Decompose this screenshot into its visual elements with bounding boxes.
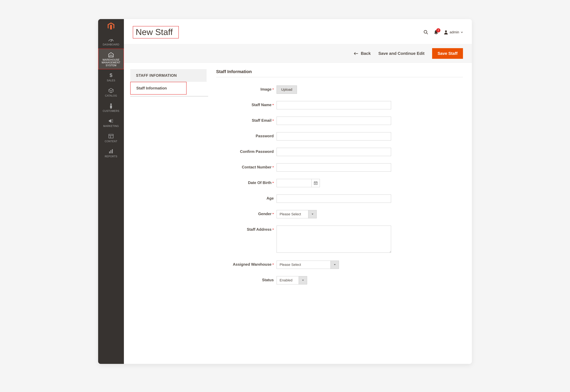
header-toolbar: 2 admin: [424, 30, 463, 35]
label-staff-email: Staff Email*: [216, 117, 277, 123]
form-area: Staff Information Image* Upload Staff Na…: [216, 69, 463, 292]
label-confirm-password: Confirm Password: [216, 148, 277, 154]
select-gender-arrow: [308, 210, 317, 218]
label-dob: Date Of Birth*: [216, 179, 277, 185]
label-status: Status: [216, 276, 277, 282]
label-image: Image*: [216, 85, 277, 92]
row-staff-address: Staff Address*: [216, 226, 463, 253]
label-gender: Gender*: [216, 210, 277, 216]
app-shell: DASHBOARD WAREHOUSE MANAGEMENT SYSTEM $ …: [98, 19, 472, 364]
chevron-down-icon: [461, 31, 463, 33]
nav-sales-label: SALES: [107, 79, 115, 82]
reports-icon: [108, 148, 114, 154]
panel-divider: [130, 96, 208, 97]
calendar-icon: [314, 181, 318, 185]
select-status-value: Enabled: [277, 276, 299, 284]
save-staff-button[interactable]: Save Staff: [432, 48, 463, 59]
row-age: Age: [216, 195, 463, 203]
row-contact-number: Contact Number*: [216, 163, 463, 172]
label-staff-address: Staff Address*: [216, 226, 277, 232]
username-label: admin: [450, 30, 459, 34]
input-staff-email[interactable]: [277, 117, 391, 125]
row-staff-name: Staff Name*: [216, 101, 463, 109]
select-status[interactable]: Enabled: [277, 276, 307, 284]
select-assigned-warehouse-value: Please Select: [277, 261, 331, 269]
row-dob: Date Of Birth*: [216, 179, 463, 187]
search-button[interactable]: [424, 30, 428, 35]
svg-rect-8: [109, 152, 110, 153]
svg-point-13: [445, 30, 447, 32]
action-bar: Back Save and Continue Edit Save Staff: [124, 44, 472, 63]
calendar-button[interactable]: [312, 179, 320, 187]
nav-catalog[interactable]: CATALOG: [98, 84, 124, 100]
label-age: Age: [216, 195, 277, 200]
select-gender[interactable]: Please Select: [277, 210, 317, 218]
page-header: New Staff 2 admin: [124, 19, 472, 44]
input-contact-number[interactable]: [277, 163, 391, 172]
svg-text:$: $: [110, 72, 112, 78]
upload-button[interactable]: Upload: [277, 85, 297, 94]
back-button[interactable]: Back: [354, 51, 371, 56]
content-icon: [108, 133, 114, 139]
svg-rect-10: [112, 149, 113, 153]
input-confirm-password[interactable]: [277, 148, 391, 156]
nav-sales[interactable]: $ SALES: [98, 69, 124, 84]
svg-rect-9: [111, 150, 111, 153]
notification-badge: 2: [436, 28, 440, 32]
nav-dashboard[interactable]: DASHBOARD: [98, 33, 124, 49]
sidebar: DASHBOARD WAREHOUSE MANAGEMENT SYSTEM $ …: [98, 19, 124, 364]
row-image: Image* Upload: [216, 85, 463, 94]
row-assigned-warehouse: Assigned Warehouse* Please Select: [216, 261, 463, 269]
nav-reports-label: REPORTS: [105, 155, 117, 158]
notifications-button[interactable]: 2: [434, 30, 438, 35]
dashboard-icon: [108, 37, 114, 42]
svg-rect-5: [109, 134, 113, 138]
row-status: Status Enabled: [216, 276, 463, 284]
input-age[interactable]: [277, 195, 391, 203]
select-assigned-warehouse[interactable]: Please Select: [277, 261, 339, 269]
svg-rect-2: [110, 55, 112, 57]
nav-marketing[interactable]: MARKETING: [98, 115, 124, 130]
main-content: New Staff 2 admin Back: [124, 19, 472, 364]
label-password: Password: [216, 132, 277, 138]
row-password: Password: [216, 132, 463, 140]
label-contact-number: Contact Number*: [216, 163, 277, 169]
svg-point-4: [110, 103, 112, 105]
label-assigned-warehouse: Assigned Warehouse*: [216, 261, 277, 267]
input-dob[interactable]: [277, 179, 312, 187]
back-label: Back: [361, 51, 371, 56]
nav-customers[interactable]: CUSTOMERS: [98, 100, 124, 115]
side-panel: STAFF INFORMATION Staff Information: [130, 69, 207, 292]
nav-reports[interactable]: REPORTS: [98, 145, 124, 160]
row-staff-email: Staff Email*: [216, 117, 463, 125]
nav-customers-label: CUSTOMERS: [103, 110, 119, 112]
user-icon: [444, 30, 448, 34]
content-area: STAFF INFORMATION Staff Information Staf…: [124, 63, 472, 301]
nav-warehouse[interactable]: WAREHOUSE MANAGEMENT SYSTEM: [98, 49, 124, 70]
arrow-left-icon: [354, 52, 358, 55]
save-continue-button[interactable]: Save and Continue Edit: [378, 51, 424, 56]
select-status-arrow: [299, 276, 307, 284]
nav-marketing-label: MARKETING: [103, 125, 119, 127]
panel-tab-staff-info[interactable]: Staff Information: [130, 82, 187, 95]
page-title: New Staff: [133, 26, 179, 39]
magento-logo[interactable]: [98, 19, 124, 33]
textarea-staff-address[interactable]: [277, 226, 391, 253]
select-assigned-warehouse-arrow: [331, 261, 339, 269]
customers-icon: [108, 103, 114, 109]
nav-warehouse-label: WAREHOUSE MANAGEMENT SYSTEM: [99, 58, 123, 67]
warehouse-icon: [108, 52, 114, 57]
input-staff-name[interactable]: [277, 101, 391, 109]
svg-line-12: [426, 33, 428, 34]
svg-point-11: [424, 30, 427, 33]
nav-content[interactable]: CONTENT: [98, 130, 124, 145]
user-menu[interactable]: admin: [444, 30, 463, 34]
input-password[interactable]: [277, 132, 391, 140]
nav-dashboard-label: DASHBOARD: [103, 43, 119, 46]
marketing-icon: [108, 118, 114, 124]
panel-header: STAFF INFORMATION: [130, 69, 207, 82]
row-confirm-password: Confirm Password: [216, 148, 463, 156]
select-gender-value: Please Select: [277, 210, 308, 218]
label-staff-name: Staff Name*: [216, 101, 277, 107]
catalog-icon: [108, 88, 114, 93]
